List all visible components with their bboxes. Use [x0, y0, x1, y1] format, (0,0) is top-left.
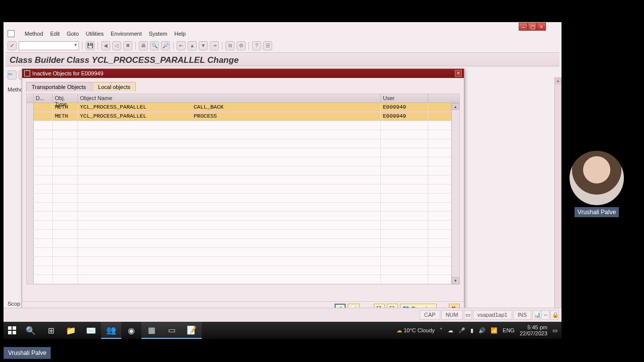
row-select[interactable] [27, 112, 34, 121]
back-button[interactable]: ◀ [101, 41, 110, 50]
ok-icon[interactable]: ✔ [8, 41, 17, 50]
svg-rect-1 [13, 326, 16, 330]
onedrive-icon[interactable]: ☁ [448, 327, 453, 334]
col-d[interactable]: D... [34, 94, 53, 103]
chrome-icon[interactable]: ◉ [121, 322, 141, 339]
exit-button[interactable]: ◁ [112, 41, 121, 50]
sap-gui-window: – ▢ × Method Edit Goto Utilities Environ… [4, 22, 561, 322]
print-button[interactable]: 🖶 [139, 41, 148, 50]
tray-chevron-icon[interactable]: ˄ [440, 327, 443, 334]
search-icon[interactable]: 🔍 [21, 322, 41, 339]
next-page-button[interactable]: ▼ [199, 41, 208, 50]
table-scrollbar[interactable]: ▴ ▾ [451, 103, 459, 284]
generate-button[interactable]: ⚙ [236, 41, 246, 50]
status-num: NUM [441, 310, 463, 320]
teams-icon[interactable]: 👥 [101, 322, 121, 339]
table-row[interactable] [27, 266, 459, 275]
status-chart-icon[interactable]: 📊 [532, 310, 540, 320]
col-obj-type[interactable]: Obj. Type [53, 94, 78, 103]
outer-scrollbar[interactable]: ▴ [554, 77, 561, 319]
status-arrow-icon[interactable]: ↔ [541, 310, 549, 320]
table-row[interactable] [27, 139, 459, 148]
scope-label-truncated: Scop [8, 301, 20, 307]
menu-method[interactable]: Method [25, 31, 43, 37]
prev-page-button[interactable]: ▲ [188, 41, 197, 50]
scroll-up-icon[interactable]: ▴ [452, 103, 459, 110]
notepad-icon[interactable]: 📝 [182, 322, 202, 339]
toolbar-separator [135, 42, 136, 50]
mic-icon[interactable]: 🎤 [458, 327, 465, 334]
method-label-truncated: Metho [8, 86, 23, 93]
menu-environment[interactable]: Environment [111, 31, 142, 37]
menu-goto[interactable]: Goto [67, 31, 79, 37]
volume-icon[interactable]: 🔊 [478, 327, 486, 334]
table-row[interactable] [27, 194, 459, 203]
table-row[interactable] [27, 148, 459, 157]
sap-logon-icon[interactable]: ▭ [162, 322, 182, 339]
scroll-down-icon[interactable]: ▾ [452, 277, 459, 284]
table-row[interactable] [27, 275, 459, 284]
table-row[interactable] [27, 166, 459, 175]
find-button[interactable]: 🔍 [150, 41, 159, 50]
command-field[interactable] [19, 41, 79, 50]
start-button[interactable] [4, 322, 21, 339]
system-tray: ☁ 10°C Cloudy ˄ ☁ 🎤 ▮ 🔊 📶 ENG 5:45 pm 22… [396, 324, 561, 336]
col-user[interactable]: User [381, 94, 428, 103]
status-cap: CAP [420, 310, 440, 320]
layout-button[interactable]: ☰ [263, 41, 272, 50]
status-server: vsapad1ap1 [473, 310, 512, 320]
scroll-up-icon[interactable]: ▴ [555, 78, 561, 84]
table-row[interactable] [27, 212, 459, 221]
table-row[interactable]: METH YCL_PROCESS_PARALLEL CALL_BACK E009… [27, 103, 459, 112]
table-row[interactable] [27, 239, 459, 248]
menu-utilities[interactable]: Utilities [86, 31, 104, 37]
nav-back-icon[interactable]: ⇦ [8, 70, 17, 79]
table-row[interactable] [27, 121, 459, 130]
outlook-icon[interactable]: ✉️ [81, 322, 101, 339]
task-view-icon[interactable]: ⊞ [41, 322, 61, 339]
clock[interactable]: 5:45 pm 22/07/2023 [520, 324, 547, 336]
menu-help[interactable]: Help [174, 31, 186, 37]
table-body: METH YCL_PROCESS_PARALLEL CALL_BACK E009… [27, 103, 459, 284]
table-row[interactable] [27, 221, 459, 230]
cancel-button[interactable]: ✖ [123, 41, 132, 50]
menu-icon[interactable] [8, 30, 15, 37]
menu-bar: Method Edit Goto Utilities Environment S… [4, 28, 561, 39]
table-row[interactable] [27, 203, 459, 212]
presenter-overlay: Vrushali Palve [567, 151, 627, 217]
find-next-button[interactable]: 🔎 [161, 41, 170, 50]
row-select[interactable] [27, 103, 34, 112]
help-button[interactable]: ? [252, 41, 261, 50]
cell-user: E009949 [381, 112, 428, 121]
status-lock-icon[interactable]: 🔒 [550, 310, 558, 320]
last-page-button[interactable]: ⇥ [210, 41, 219, 50]
table-row[interactable] [27, 257, 459, 266]
excel-icon[interactable]: ▦ [141, 322, 162, 339]
status-segments: CAP NUM ▭ vsapad1ap1 INS 📊 ↔ 🔒 [420, 310, 561, 320]
cell-type: METH [53, 103, 78, 112]
dialog-icon [24, 70, 30, 76]
language-indicator[interactable]: ENG [503, 327, 515, 333]
menu-system[interactable]: System [149, 31, 168, 37]
dialog-close-button[interactable]: × [455, 70, 462, 77]
table-row[interactable] [27, 175, 459, 185]
file-explorer-icon[interactable]: 📁 [61, 322, 81, 339]
battery-icon[interactable]: ▮ [470, 327, 473, 334]
new-session-button[interactable]: ⧉ [225, 41, 234, 50]
table-row[interactable] [27, 185, 459, 194]
table-row[interactable] [27, 230, 459, 239]
first-page-button[interactable]: ⇤ [177, 41, 186, 50]
table-header: D... Obj. Type Object Name User [27, 94, 459, 103]
col-object-name[interactable]: Object Name [78, 94, 381, 103]
tab-local[interactable]: Local objects [93, 82, 136, 92]
tab-transportable[interactable]: Transportable Objects [26, 82, 92, 92]
menu-edit[interactable]: Edit [50, 31, 60, 37]
notifications-icon[interactable]: ▭ [552, 327, 557, 334]
table-row[interactable] [27, 130, 459, 139]
weather-widget[interactable]: ☁ 10°C Cloudy [396, 327, 435, 334]
table-row[interactable] [27, 157, 459, 166]
table-row[interactable]: METH YCL_PROCESS_PARALLEL PROCESS E00994… [27, 112, 459, 121]
table-row[interactable] [27, 248, 459, 257]
wifi-icon[interactable]: 📶 [491, 327, 498, 334]
save-button[interactable]: 💾 [86, 41, 95, 50]
